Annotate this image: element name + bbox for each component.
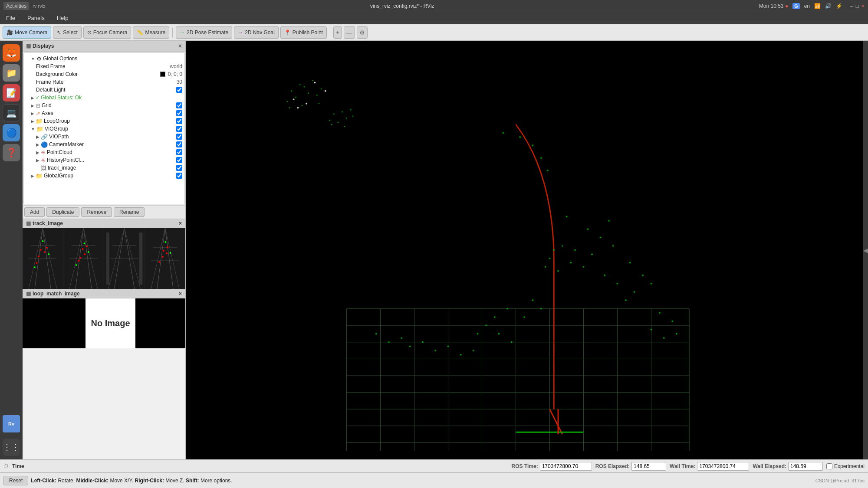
pose-estimate-button[interactable]: → 2D Pose Estimate [176, 26, 232, 39]
track-image-close-button[interactable]: × [179, 220, 182, 226]
track-image-panel: ▦ track_image × [23, 219, 185, 289]
taskbar-text[interactable]: 📝 [3, 84, 20, 102]
publish-point-button[interactable]: 📍 Publish Point [280, 26, 327, 39]
camera-strip-4 [145, 228, 185, 289]
settings-button[interactable]: ⚙ [357, 26, 368, 39]
globalgroup-row[interactable]: ▶ 📁 GlobalGroup [24, 172, 184, 180]
global-options-row[interactable]: ▼ ⚙ Global Options [24, 55, 184, 62]
menu-file[interactable]: File [3, 14, 18, 22]
track-image-row[interactable]: ▶ 🖼 track_image [24, 164, 184, 172]
bg-color-swatch[interactable] [160, 72, 165, 77]
sound-icon[interactable]: 🔊 [825, 3, 832, 9]
maximize-button[interactable]: □ [856, 3, 859, 9]
svg-point-110 [608, 220, 610, 222]
window-title: vins_rviz_config.rviz* - RViz [370, 3, 434, 9]
menu-panels[interactable]: Panels [25, 14, 47, 22]
ros-elapsed-input[interactable] [631, 462, 666, 471]
default-light-checkbox[interactable] [176, 87, 182, 93]
close-button[interactable]: × [861, 3, 865, 9]
taskbar-grid[interactable]: ⋮⋮ [3, 439, 20, 456]
fixed-frame-row[interactable]: Fixed Frame world [24, 62, 184, 70]
svg-rect-53 [186, 41, 863, 459]
svg-point-56 [316, 95, 318, 96]
point-cloud-row[interactable]: ▶ ✳ PointCloud [24, 148, 184, 156]
rename-button[interactable]: Rename [114, 207, 145, 217]
svg-point-52 [170, 252, 171, 254]
default-light-row[interactable]: Default Light [24, 86, 184, 94]
wall-time-input[interactable] [697, 462, 749, 471]
global-status-check: ✓ [36, 95, 40, 101]
svg-point-76 [314, 82, 316, 84]
displays-close-button[interactable]: × [178, 43, 182, 49]
3d-viewport[interactable] [186, 41, 863, 459]
toolbar-sep-1 [172, 27, 173, 38]
nav-goal-button[interactable]: → 2D Nav Goal [234, 26, 279, 39]
globalgroup-arrow: ▶ [31, 174, 34, 178]
point-cloud-icon: ✳ [41, 149, 46, 156]
loop-match-close-button[interactable]: × [179, 291, 182, 297]
status-bar: Reset Left-Click: Rotate. Middle-Click: … [0, 472, 868, 488]
focus-camera-button[interactable]: ⊙ Focus Camera [83, 26, 132, 39]
bg-color-row[interactable]: Background Color 0; 0; 0 [24, 70, 184, 78]
loop-match-content: No Image [23, 298, 185, 348]
activities-button[interactable]: Activities [3, 2, 29, 10]
point-cloud-checkbox[interactable] [176, 149, 182, 155]
axes-row[interactable]: ▶ ↗ Axes [24, 109, 184, 117]
taskbar-blue[interactable]: 🔵 [3, 124, 20, 141]
collapse-panel-button[interactable]: ◀ [863, 41, 868, 459]
power-icon[interactable]: ⚡ [836, 3, 842, 9]
global-status-row[interactable]: ▶ ✓ Global Status: Ok [24, 94, 184, 102]
svg-point-116 [604, 274, 605, 276]
viogroup-checkbox[interactable] [176, 126, 182, 132]
ros-time-input[interactable] [540, 462, 592, 471]
camera-marker-checkbox[interactable] [176, 141, 182, 147]
grid-checkbox[interactable] [176, 102, 182, 108]
taskbar-terminal[interactable]: 💻 [3, 104, 20, 121]
viopath-row[interactable]: ▶ 🔗 VIOPath [24, 133, 184, 141]
loopgroup-row[interactable]: ▶ 📁 LoopGroup [24, 117, 184, 125]
history-cloud-row[interactable]: ▶ ✳ HistoryPointCl... [24, 156, 184, 164]
move-camera-button[interactable]: 🎥 Move Camera [3, 26, 51, 39]
duplicate-button[interactable]: Duplicate [46, 207, 79, 217]
axes-checkbox[interactable] [176, 110, 182, 116]
add-point-button[interactable]: + [333, 26, 342, 39]
grammarly-icon[interactable]: G [792, 3, 800, 9]
grid-row[interactable]: ▶ ⊞ Grid [24, 102, 184, 109]
subtract-button[interactable]: — [344, 26, 355, 39]
add-display-button[interactable]: Add [24, 207, 45, 217]
minimize-button[interactable]: – [850, 3, 853, 9]
viogroup-row[interactable]: ▼ 📁 VIOGroup [24, 125, 184, 133]
menu-help[interactable]: Help [54, 14, 71, 22]
frame-rate-value: 30 [177, 79, 182, 85]
wall-elapsed-input[interactable] [788, 462, 823, 471]
taskbar-files[interactable]: 📁 [3, 64, 20, 82]
lang-indicator[interactable]: en [804, 3, 810, 9]
focus-camera-icon: ⊙ [87, 29, 92, 36]
svg-point-51 [164, 241, 166, 243]
measure-button[interactable]: 📏 Measure [133, 26, 169, 39]
history-cloud-checkbox[interactable] [176, 157, 182, 163]
no-image-text: No Image [91, 318, 130, 328]
reset-button[interactable]: Reset [3, 476, 28, 485]
viopath-checkbox[interactable] [176, 134, 182, 140]
taskbar-rviz[interactable]: Rv [3, 415, 20, 432]
remove-button[interactable]: Remove [81, 207, 112, 217]
time-label: Time [12, 463, 24, 469]
wifi-icon[interactable]: 📶 [814, 3, 821, 9]
taskbar-help[interactable]: ❓ [3, 144, 20, 161]
no-image-area: No Image [85, 318, 135, 328]
ros-time-group: ROS Time: [512, 462, 592, 471]
svg-point-7 [40, 249, 42, 251]
camera-marker-row[interactable]: ▶ 🔵 CameraMarker [24, 141, 184, 148]
frame-rate-row[interactable]: Frame Rate 30 [24, 78, 184, 86]
svg-point-28 [88, 251, 89, 253]
loopgroup-checkbox[interactable] [176, 118, 182, 124]
taskbar-firefox[interactable]: 🦊 [3, 44, 20, 62]
select-button[interactable]: ↖ Select [53, 26, 81, 39]
left-click-action: Rotate. [58, 478, 76, 484]
experimental-checkbox[interactable] [826, 463, 832, 469]
globalgroup-icon: 📁 [36, 173, 43, 179]
svg-point-129 [532, 299, 534, 301]
track-image-checkbox[interactable] [176, 165, 182, 171]
globalgroup-checkbox[interactable] [176, 173, 182, 179]
